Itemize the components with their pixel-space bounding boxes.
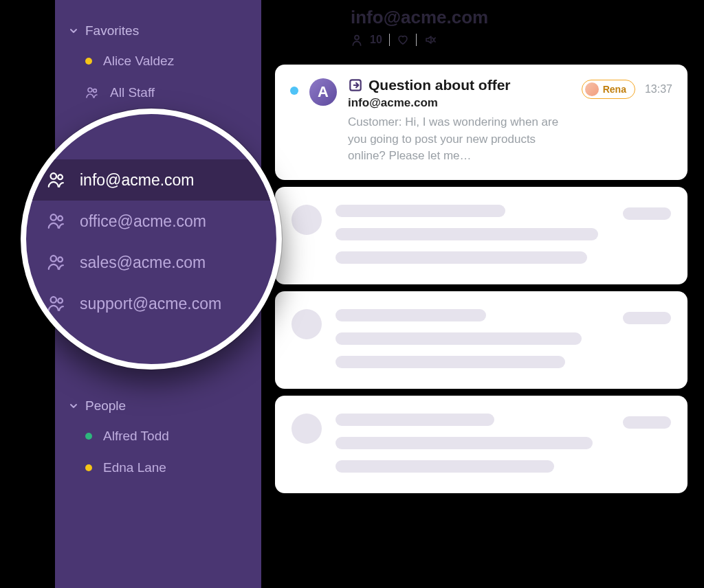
- assignee-avatar-icon: [585, 82, 599, 96]
- placeholder-line: [336, 205, 505, 217]
- people-header[interactable]: People: [55, 394, 261, 420]
- heart-icon[interactable]: [397, 34, 409, 46]
- message-from: info@acme.com: [348, 96, 571, 110]
- people-item-alfred[interactable]: Alfred Todd: [55, 420, 261, 452]
- placeholder-meta-icon: [623, 312, 671, 324]
- placeholder-line: [336, 251, 587, 264]
- placeholder-line: [336, 332, 582, 345]
- favorites-header[interactable]: Favorites: [55, 19, 261, 45]
- divider-icon: [416, 34, 417, 46]
- member-count: 10: [370, 34, 382, 46]
- people-label: Edna Lane: [103, 460, 166, 475]
- favorite-item-alice[interactable]: Alice Valdez: [55, 45, 261, 77]
- message-card-placeholder: [275, 396, 688, 493]
- message-preview: Customer: Hi, I was wondering when are y…: [348, 114, 571, 165]
- placeholder-avatar-icon: [292, 309, 322, 339]
- message-content: Question about offer info@acme.com Custo…: [348, 77, 571, 165]
- group-icon: [47, 294, 66, 313]
- members-icon: [351, 34, 363, 46]
- mute-icon[interactable]: [424, 34, 436, 46]
- unread-indicator-icon: [290, 87, 298, 95]
- group-icon: [47, 253, 66, 272]
- placeholder-line: [336, 437, 593, 449]
- placeholder-avatar-icon: [292, 205, 322, 235]
- placeholder-line: [336, 356, 565, 368]
- favorites-section: Favorites Alice Valdez All Staff: [55, 19, 261, 109]
- placeholder-meta-icon: [623, 207, 671, 220]
- header-meta: 10: [351, 34, 488, 46]
- lens-label: support@acme.com: [80, 295, 221, 313]
- placeholder-line: [336, 460, 554, 473]
- header-title: info@acme.com: [351, 7, 488, 28]
- favorite-label: Alice Valdez: [103, 54, 174, 69]
- message-card[interactable]: A Question about offer info@acme.com Cus…: [275, 65, 688, 180]
- main-header: info@acme.com 10: [351, 7, 488, 46]
- sender-avatar: A: [309, 78, 337, 106]
- lens-inbox-office[interactable]: office@acme.com: [26, 201, 276, 242]
- assignee-tag[interactable]: Rena: [582, 80, 635, 99]
- divider-icon: [389, 34, 390, 46]
- lens-label: info@acme.com: [80, 171, 195, 190]
- lens-inbox-info[interactable]: info@acme.com: [26, 159, 276, 201]
- message-list: A Question about offer info@acme.com Cus…: [275, 65, 688, 493]
- presence-dot-away-icon: [85, 58, 92, 65]
- message-meta: Rena 13:37: [582, 80, 672, 99]
- placeholder-line: [336, 414, 494, 426]
- message-time: 13:37: [645, 83, 672, 95]
- lens-inbox-sales[interactable]: sales@acme.com: [26, 242, 276, 283]
- assignee-name: Rena: [603, 84, 626, 95]
- placeholder-meta-icon: [623, 416, 671, 429]
- incoming-icon: [348, 78, 363, 93]
- people-label: Alfred Todd: [103, 429, 169, 444]
- group-icon: [85, 86, 99, 100]
- group-icon: [47, 170, 66, 190]
- favorites-title: Favorites: [85, 23, 139, 38]
- presence-dot-online-icon: [85, 433, 92, 440]
- lens-label: sales@acme.com: [80, 253, 206, 272]
- placeholder-avatar-icon: [292, 414, 322, 444]
- presence-dot-away-icon: [85, 464, 92, 471]
- lens-inbox-support[interactable]: support@acme.com: [26, 283, 276, 324]
- message-card-placeholder: [275, 187, 688, 284]
- people-section: People Alfred Todd Edna Lane: [55, 394, 261, 484]
- people-item-edna[interactable]: Edna Lane: [55, 452, 261, 484]
- chevron-down-icon: [69, 401, 78, 411]
- group-icon: [47, 212, 66, 231]
- people-title: People: [85, 398, 126, 414]
- favorite-label: All Staff: [110, 85, 155, 100]
- placeholder-line: [336, 228, 598, 240]
- chevron-down-icon: [69, 26, 78, 36]
- message-subject: Question about offer: [368, 77, 511, 93]
- message-card-placeholder: [275, 291, 688, 389]
- lens-label: office@acme.com: [80, 212, 206, 231]
- avatar-letter: A: [318, 83, 329, 101]
- placeholder-line: [336, 309, 486, 321]
- zoom-lens: info@acme.com office@acme.com sales@acme…: [21, 109, 282, 370]
- favorite-item-all-staff[interactable]: All Staff: [55, 77, 261, 109]
